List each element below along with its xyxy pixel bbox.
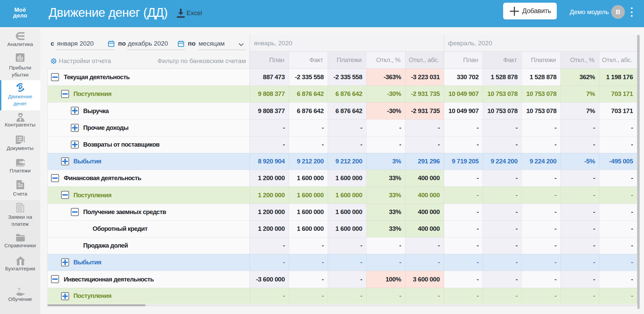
svg-text:?: ? <box>17 287 20 292</box>
svg-text:$: $ <box>19 205 21 209</box>
